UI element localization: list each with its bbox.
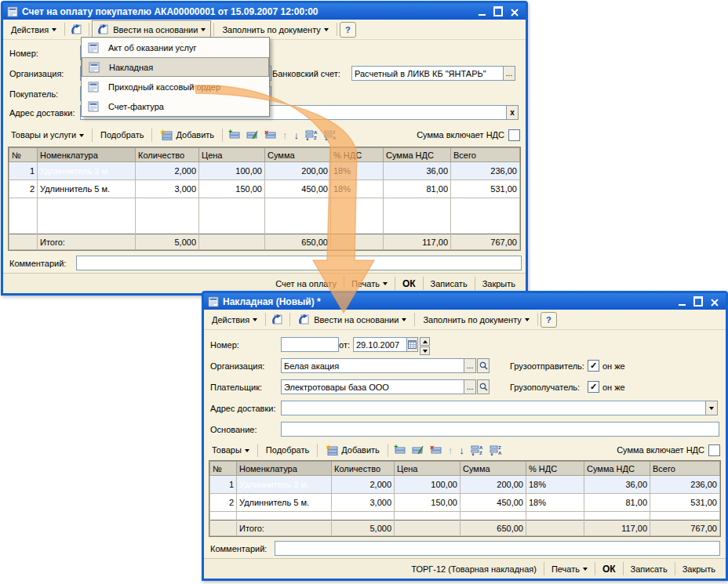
bank-account-field[interactable] <box>351 66 504 81</box>
insert-row-button[interactable]: + <box>225 127 243 143</box>
organization-field[interactable] <box>281 358 469 373</box>
close-button[interactable]: Закрыть <box>475 277 522 290</box>
refresh-basis-icon-button[interactable] <box>268 311 287 328</box>
bank-account-ellipsis-button[interactable]: ... <box>503 66 515 81</box>
sort-az-button[interactable]: AZ <box>468 442 486 458</box>
add-row-button[interactable]: ✶ Добавить <box>155 126 220 143</box>
menu-item-act[interactable]: Акт об оказании услуг <box>82 38 269 57</box>
actions-menu-button[interactable]: Действия <box>5 22 62 38</box>
payer-lookup-button[interactable] <box>477 379 490 394</box>
invoice-print-form-button[interactable]: Счет на оплату <box>268 277 344 290</box>
calendar-button[interactable] <box>406 337 418 352</box>
refresh-basis-icon-button[interactable] <box>67 21 86 38</box>
payer-field[interactable] <box>281 379 469 394</box>
col-header-sum[interactable]: Сумма <box>265 148 331 162</box>
comment-field[interactable] <box>76 256 522 270</box>
arrow-down-icon: ↓ <box>294 129 300 141</box>
col-header-vat[interactable]: % НДС <box>331 148 384 162</box>
number-field[interactable] <box>281 337 339 352</box>
vat-included-checkbox[interactable] <box>708 444 720 456</box>
goods-services-menu-button[interactable]: Товары и услуги <box>5 127 89 143</box>
minimize-icon[interactable] <box>677 297 686 307</box>
invoice-titlebar[interactable]: Счет на оплату покупателю АКА00000001 от… <box>3 3 526 20</box>
delivery-address-field[interactable] <box>281 401 708 415</box>
sort-az-button[interactable]: AZ <box>302 127 321 143</box>
organization-lookup-button[interactable] <box>477 358 490 373</box>
close-icon[interactable] <box>510 7 519 16</box>
waybill-toolbar: Действия Ввести на основании Заполнить п… <box>204 310 726 330</box>
sort-za-button[interactable]: ZA <box>486 442 505 458</box>
enter-on-basis-button[interactable]: Ввести на основании <box>92 20 211 38</box>
col-header-qty[interactable]: Количество <box>136 148 199 162</box>
payer-ellipsis-button[interactable]: ... <box>464 379 476 394</box>
insert-row-button[interactable]: + <box>391 442 409 458</box>
delete-row-icon: × <box>430 444 442 455</box>
help-button[interactable]: ? <box>541 312 557 328</box>
save-button[interactable]: Записать <box>624 563 675 575</box>
edit-row-button[interactable] <box>409 442 427 458</box>
close-button[interactable]: Закрыть <box>675 563 723 575</box>
selected-cell[interactable]: Удлиннитель 3 м. <box>38 162 136 180</box>
col-header-nomenclature[interactable]: Номенклатура <box>237 462 332 476</box>
delivery-address-dropdown-button[interactable] <box>705 401 718 415</box>
col-header-vat[interactable]: % НДС <box>526 462 584 476</box>
col-header-total[interactable]: Всего <box>650 462 720 476</box>
move-down-button[interactable]: ↓ <box>456 442 468 459</box>
stepper-up-button[interactable] <box>420 337 430 346</box>
pick-button[interactable]: Подобрать <box>260 442 315 458</box>
print-button[interactable]: Печать <box>344 277 395 290</box>
consignee-checkbox[interactable]: ✓ <box>588 381 599 393</box>
col-header-vat-sum[interactable]: Сумма НДС <box>384 148 451 162</box>
organization-ellipsis-button[interactable]: ... <box>464 358 476 373</box>
maximize-icon[interactable] <box>493 7 503 16</box>
selected-cell[interactable]: Удлиннитель 3 м. <box>237 476 332 494</box>
chevron-down-icon <box>201 28 206 31</box>
col-header-num[interactable]: № <box>9 148 38 162</box>
menu-item-waybill[interactable]: Накладная <box>82 57 269 77</box>
menu-item-invoice-factura[interactable]: Счет-фактура <box>82 96 269 116</box>
basis-label: Основание: <box>210 425 257 434</box>
refresh-icon <box>71 24 83 35</box>
basis-field[interactable] <box>281 422 719 437</box>
clear-field-button[interactable]: x <box>506 105 519 120</box>
col-header-nomenclature[interactable]: Номенклатура <box>38 148 136 162</box>
print-button[interactable]: Печать <box>544 563 595 575</box>
goods-menu-button[interactable]: Товары <box>206 442 255 458</box>
move-up-button[interactable]: ↑ <box>445 442 457 459</box>
waybill-titlebar[interactable]: Накладная (Новый) * <box>204 293 726 310</box>
help-button[interactable]: ? <box>340 22 356 38</box>
ok-button[interactable]: ОК <box>395 277 423 291</box>
pick-button[interactable]: Подобрать <box>95 127 149 143</box>
col-header-num[interactable]: № <box>210 462 237 476</box>
fill-by-document-button[interactable]: Заполнить по документу <box>417 312 534 328</box>
stepper-down-button[interactable] <box>420 346 430 355</box>
delete-row-button[interactable]: × <box>427 442 445 458</box>
col-header-price[interactable]: Цена <box>395 462 460 476</box>
fill-by-document-button[interactable]: Заполнить по документу <box>217 22 333 38</box>
close-icon[interactable] <box>710 297 719 307</box>
comment-field[interactable] <box>275 541 720 556</box>
menu-item-cash-order[interactable]: Приходный кассовый ордер <box>82 77 269 96</box>
totals-label: Итого: <box>237 521 332 536</box>
actions-menu-button[interactable]: Действия <box>206 312 263 328</box>
date-field[interactable] <box>353 337 408 352</box>
vat-included-checkbox[interactable] <box>508 129 520 141</box>
col-header-price[interactable]: Цена <box>199 148 265 162</box>
col-header-qty[interactable]: Количество <box>332 462 395 476</box>
maximize-icon[interactable] <box>693 297 703 307</box>
enter-on-basis-button[interactable]: Ввести на основании <box>293 310 412 328</box>
save-button[interactable]: Записать <box>424 277 475 290</box>
col-header-vat-sum[interactable]: Сумма НДС <box>584 462 650 476</box>
move-up-button[interactable]: ↑ <box>279 127 291 143</box>
torg12-print-form-button[interactable]: ТОРГ-12 (Товарная накладная) <box>404 563 544 575</box>
sort-za-button[interactable]: ZA <box>321 127 340 143</box>
edit-row-button[interactable] <box>243 127 261 143</box>
minimize-icon[interactable] <box>477 7 486 16</box>
move-down-button[interactable]: ↓ <box>291 127 303 143</box>
add-row-button[interactable]: ✶ Добавить <box>320 441 385 459</box>
delete-row-button[interactable]: × <box>261 127 279 143</box>
consignor-checkbox[interactable]: ✓ <box>588 360 599 372</box>
col-header-total[interactable]: Всего <box>451 148 520 162</box>
col-header-sum[interactable]: Сумма <box>460 462 526 476</box>
ok-button[interactable]: ОК <box>595 562 623 576</box>
